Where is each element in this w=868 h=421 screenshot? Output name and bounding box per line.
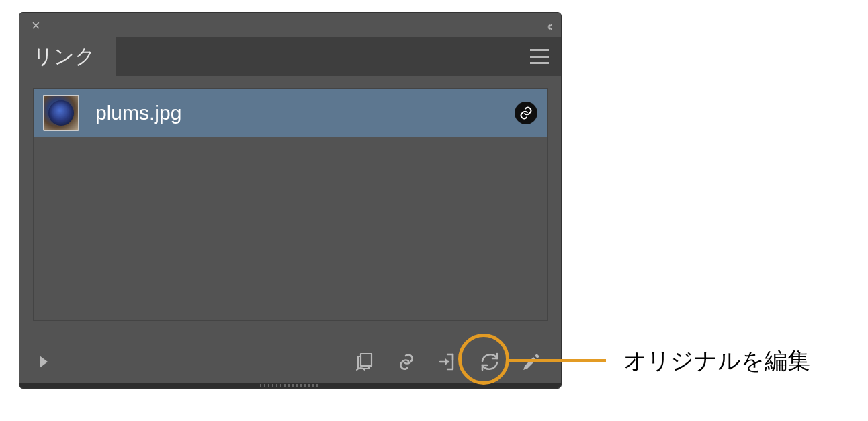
expand-triangle-icon[interactable] bbox=[37, 354, 50, 370]
panel-tab-row: リンク bbox=[19, 37, 561, 76]
cc-library-link-icon bbox=[515, 102, 537, 124]
panel-menu-icon[interactable] bbox=[530, 49, 549, 64]
panel-tab-strip bbox=[116, 37, 561, 76]
go-to-link-icon[interactable] bbox=[436, 350, 460, 374]
tab-links[interactable]: リンク bbox=[19, 37, 116, 76]
links-list: plums.jpg bbox=[33, 88, 548, 321]
svg-rect-1 bbox=[361, 354, 372, 366]
panel-toolbar bbox=[353, 350, 544, 374]
close-icon[interactable]: × bbox=[32, 18, 40, 33]
relink-icon[interactable] bbox=[394, 350, 419, 374]
link-row[interactable]: plums.jpg bbox=[34, 89, 547, 137]
link-filename: plums.jpg bbox=[95, 102, 515, 124]
svg-marker-0 bbox=[40, 356, 48, 368]
links-panel: × ‹‹ リンク plums.jpg bbox=[19, 12, 562, 389]
relink-from-cc-icon[interactable] bbox=[353, 350, 377, 374]
collapse-panel-icon[interactable]: ‹‹ bbox=[547, 18, 550, 34]
panel-bottom-bar bbox=[19, 345, 561, 379]
update-link-icon[interactable] bbox=[478, 350, 502, 374]
tab-label: リンク bbox=[33, 43, 95, 71]
panel-resize-bar[interactable] bbox=[19, 383, 561, 388]
link-thumbnail bbox=[43, 95, 79, 131]
panel-header: × ‹‹ bbox=[19, 13, 561, 37]
edit-original-icon[interactable] bbox=[519, 350, 544, 374]
callout-label: オリジナルを編集 bbox=[623, 346, 810, 377]
